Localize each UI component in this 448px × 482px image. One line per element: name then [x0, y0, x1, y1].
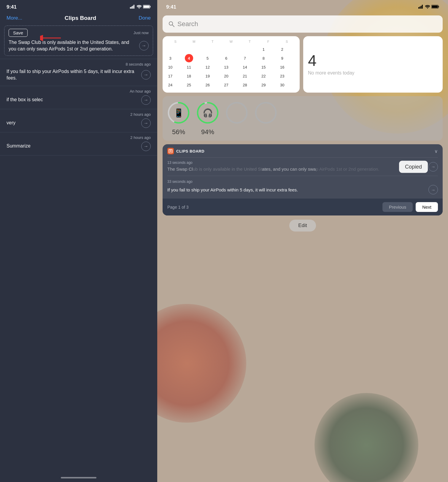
cal-cell[interactable]: 25	[185, 81, 193, 89]
clips-widget-icon	[167, 148, 174, 154]
widget-clip-2-arrow[interactable]: →	[428, 185, 438, 194]
cal-cell[interactable]: 23	[278, 72, 286, 80]
clip-3-time: An hour ago	[7, 86, 151, 95]
clip-2-text: If you fail to ship your AirPods within …	[7, 68, 141, 82]
cal-cell[interactable]: 9	[278, 54, 286, 62]
done-button[interactable]: Done	[139, 15, 151, 21]
clip-5-text: Summarize	[7, 143, 141, 149]
cal-cell[interactable]: 18	[185, 72, 193, 80]
clip-item-4: 2 hours ago very →	[0, 109, 157, 132]
cal-cell[interactable]: 15	[259, 63, 268, 71]
cal-cell[interactable]: 10	[166, 63, 174, 71]
cal-cell[interactable]: 29	[259, 81, 268, 89]
cal-cell[interactable]: 3	[166, 54, 174, 62]
battery-percent-phone: 56%	[167, 128, 190, 136]
cal-cell[interactable]: 16	[278, 63, 286, 71]
calendar-widget: SMTWTFS 12345678910111213141516171819202…	[163, 36, 300, 93]
cal-cell[interactable]: 13	[222, 63, 231, 71]
battery-circle-phone: 📱	[167, 101, 190, 125]
widget-clip-item-2[interactable]: 33 seconds ago If you fail to ship your …	[163, 176, 443, 199]
clips-widget-chevron-icon[interactable]: ∨	[434, 148, 438, 154]
widget-clip-1-time: 13 seconds ago	[167, 161, 438, 165]
cal-cell[interactable]: 8	[259, 54, 268, 62]
search-inner: Search	[169, 20, 437, 28]
right-time: 9:41	[166, 4, 176, 10]
cal-cell[interactable]: 19	[204, 72, 212, 80]
cal-cell	[185, 45, 193, 53]
clip-4-arrow[interactable]: →	[141, 118, 151, 128]
cal-cell[interactable]: 24	[166, 81, 174, 89]
save-button[interactable]: Save	[9, 29, 28, 37]
svg-rect-0	[130, 7, 131, 9]
cal-day-labels: SMTWTFS	[166, 40, 296, 43]
battery-icon-left	[143, 5, 151, 9]
cal-cell[interactable]: 20	[222, 72, 231, 80]
clip-5-time: 2 hours ago	[7, 132, 151, 142]
clip-5-arrow[interactable]: →	[141, 142, 151, 151]
clips-widget-title-row: CLIPS BOARD	[167, 148, 204, 154]
clip-item-2: 8 seconds ago If you fail to ship your A…	[0, 59, 157, 86]
cal-cell[interactable]: 6	[222, 54, 231, 62]
cal-cell[interactable]: 12	[204, 63, 212, 71]
event-day-number: 4	[308, 53, 438, 68]
signal-icon	[130, 5, 135, 9]
widget-clip-1-arrow[interactable]: →	[428, 162, 438, 172]
cal-cell[interactable]: 7	[241, 54, 249, 62]
search-icon	[169, 21, 174, 27]
clip-1-arrow[interactable]: →	[139, 41, 149, 50]
svg-rect-14	[439, 6, 439, 7]
edit-button-container: Edit	[157, 220, 448, 232]
cal-cell[interactable]: 28	[241, 81, 249, 89]
svg-rect-9	[418, 7, 419, 9]
cal-day-label: F	[264, 40, 272, 43]
clip-1-header: Save Just now	[9, 29, 149, 37]
clip-4-row: very →	[7, 118, 151, 132]
svg-rect-11	[421, 6, 422, 9]
battery-circle-empty2	[254, 101, 278, 125]
svg-point-22	[227, 103, 247, 123]
more-button[interactable]: More...	[7, 15, 22, 21]
svg-rect-15	[432, 6, 438, 8]
cal-cell[interactable]: 14	[241, 63, 249, 71]
next-button[interactable]: Next	[416, 202, 438, 212]
clip-3-row: if the box is selec →	[7, 95, 151, 109]
right-panel: 9:41 Search SMTWTFS 12345678910111213141…	[157, 0, 448, 482]
wifi-icon	[137, 5, 142, 9]
clip-2-arrow[interactable]: →	[141, 70, 151, 80]
right-status-icons	[418, 5, 439, 9]
cal-day-label: W	[227, 40, 235, 43]
widget-clip-item-1[interactable]: 13 seconds ago The Swap Club is only ava…	[163, 158, 443, 176]
clips-pagination: Page 1 of 3 Previous Next	[163, 199, 443, 215]
svg-rect-5	[150, 6, 151, 7]
edit-button[interactable]: Edit	[289, 220, 316, 232]
search-placeholder: Search	[177, 20, 198, 28]
copied-badge: Copied	[399, 161, 428, 173]
svg-rect-6	[144, 6, 150, 8]
clip-2-row: If you fail to ship your AirPods within …	[7, 68, 151, 86]
cal-cell[interactable]: 17	[166, 72, 174, 80]
cal-cell[interactable]: 4	[185, 54, 193, 62]
cal-cell[interactable]: 22	[259, 72, 268, 80]
airpods-icon: 🎧	[203, 108, 213, 118]
cal-cell[interactable]: 27	[222, 81, 231, 89]
cal-day-label: T	[208, 40, 217, 43]
cal-cell[interactable]: 26	[204, 81, 212, 89]
clip-3-arrow[interactable]: →	[141, 95, 151, 105]
cal-cell[interactable]: 2	[278, 45, 286, 53]
cal-cell[interactable]: 1	[259, 45, 268, 53]
cal-cell[interactable]: 21	[241, 72, 249, 80]
cal-cell[interactable]: 5	[204, 54, 212, 62]
search-widget[interactable]: Search	[163, 15, 443, 33]
left-nav-bar: More... Clips Board Done	[0, 12, 157, 26]
cal-cell[interactable]: 11	[185, 63, 193, 71]
widget-clip-2-time: 33 seconds ago	[167, 180, 438, 184]
left-panel: 9:41 More... Clips Board Done Save	[0, 0, 157, 482]
clips-widget-header: CLIPS BOARD ∨	[163, 144, 443, 157]
battery-labels-row: 56% 94%	[167, 128, 439, 136]
cal-cell[interactable]: 30	[278, 81, 286, 89]
bg-decoration-3	[314, 393, 418, 482]
previous-button[interactable]: Previous	[382, 202, 413, 212]
svg-point-23	[256, 103, 276, 123]
svg-rect-10	[420, 7, 420, 9]
cal-day-label: S	[171, 40, 179, 43]
